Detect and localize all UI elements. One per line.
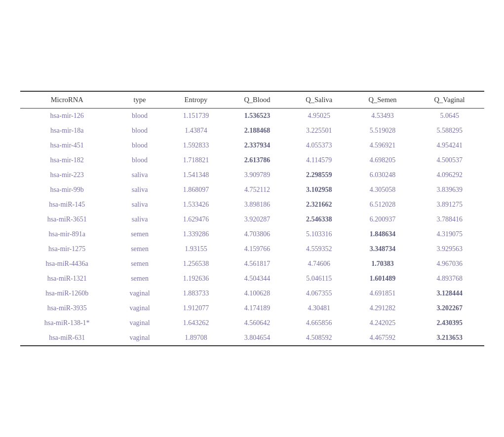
cell-qblood: 4.174189 [227,301,288,316]
col-header-mirna: MicroRNA [20,91,114,109]
cell-qvaginal: 4.893768 [415,271,484,286]
cell-qblood: 4.504344 [227,271,288,286]
table-row: hsa-mir-451blood1.5928332.3379344.055373… [20,138,484,153]
cell-qvaginal: 2.430395 [415,316,484,330]
cell-qsemen: 4.291282 [350,301,415,316]
table-header-row: MicroRNA type Entropy Q_Blood Q_Saliva Q… [20,91,484,109]
cell-qblood: 2.613786 [227,153,288,168]
col-header-qsaliva: Q_Saliva [288,91,350,109]
cell-mirna: hsa-mir-182 [20,153,114,168]
mirna-table: MicroRNA type Entropy Q_Blood Q_Saliva Q… [20,91,484,346]
table-row: hsa-miR-3935vaginal1.9120774.1741894.304… [20,301,484,316]
cell-qsaliva: 4.30481 [288,301,350,316]
cell-type: blood [114,138,165,153]
cell-entropy: 1.151739 [165,109,226,124]
cell-qvaginal: 4.096292 [415,168,484,182]
table-row: hsa-miR-1260bvaginal1.8837334.1006284.06… [20,286,484,301]
cell-type: blood [114,123,165,138]
cell-qsemen: 4.305058 [350,182,415,197]
cell-entropy: 1.256538 [165,256,226,271]
cell-qblood: 4.159766 [227,242,288,256]
cell-entropy: 1.643262 [165,316,226,330]
table-row: hsa-miR-4436asemen1.2565384.5618174.7460… [20,256,484,271]
cell-qsaliva: 4.508592 [288,330,350,346]
cell-mirna: hsa-mir-18a [20,123,114,138]
cell-qvaginal: 3.839639 [415,182,484,197]
cell-type: vaginal [114,330,165,346]
cell-mirna: hsa-mir-99b [20,182,114,197]
cell-qsemen: 1.70383 [350,256,415,271]
cell-qblood: 4.100628 [227,286,288,301]
cell-qvaginal: 4.954241 [415,138,484,153]
cell-qsaliva: 4.055373 [288,138,350,153]
cell-mirna: hsa-miR-3651 [20,212,114,227]
cell-qblood: 2.337934 [227,138,288,153]
cell-qvaginal: 3.788416 [415,212,484,227]
table-row: hsa-mir-126blood1.1517391.5365234.950254… [20,109,484,124]
col-header-qsemen: Q_Semen [350,91,415,109]
cell-type: semen [114,271,165,286]
cell-qsaliva: 2.546338 [288,212,350,227]
cell-qblood: 4.561817 [227,256,288,271]
table-row: hsa-miR-3651saliva1.6294763.9202872.5463… [20,212,484,227]
cell-qsaliva: 2.321662 [288,197,350,212]
cell-entropy: 1.533426 [165,197,226,212]
cell-qsemen: 1.601489 [350,271,415,286]
col-header-type: type [114,91,165,109]
cell-qsemen: 4.698205 [350,153,415,168]
cell-qsemen: 4.242025 [350,316,415,330]
cell-type: blood [114,109,165,124]
cell-qsaliva: 4.114579 [288,153,350,168]
cell-qsaliva: 4.559352 [288,242,350,256]
table-row: hsa-miR-631vaginal1.897083.8046544.50859… [20,330,484,346]
cell-type: semen [114,227,165,242]
cell-type: semen [114,242,165,256]
table-row: hsa-mir-182blood1.7188212.6137864.114579… [20,153,484,168]
main-container: MicroRNA type Entropy Q_Blood Q_Saliva Q… [15,81,489,356]
table-row: hsa-miR-138-1*vaginal1.6432624.5606424.6… [20,316,484,330]
cell-mirna: hsa-miR-145 [20,197,114,212]
cell-type: saliva [114,182,165,197]
table-row: hsa-mir-99bsaliva1.8680974.7521123.10295… [20,182,484,197]
cell-qsemen: 6.200937 [350,212,415,227]
cell-qsaliva: 5.103316 [288,227,350,242]
col-header-qvaginal: Q_Vaginal [415,91,484,109]
cell-qvaginal: 4.500537 [415,153,484,168]
cell-entropy: 1.912077 [165,301,226,316]
cell-entropy: 1.93155 [165,242,226,256]
cell-qvaginal: 4.319075 [415,227,484,242]
cell-qsaliva: 4.74606 [288,256,350,271]
cell-qsaliva: 4.665856 [288,316,350,330]
cell-qvaginal: 5.0645 [415,109,484,124]
cell-entropy: 1.592833 [165,138,226,153]
cell-mirna: hsa-mir-223 [20,168,114,182]
cell-qblood: 1.536523 [227,109,288,124]
cell-entropy: 1.541348 [165,168,226,182]
cell-entropy: 1.339286 [165,227,226,242]
cell-qblood: 2.188468 [227,123,288,138]
cell-mirna: hsa-miR-631 [20,330,114,346]
col-header-entropy: Entropy [165,91,226,109]
cell-qsaliva: 3.225501 [288,123,350,138]
cell-qvaginal: 3.128444 [415,286,484,301]
cell-qsaliva: 3.102958 [288,182,350,197]
table-row: hsa-mir-1275semen1.931554.1597664.559352… [20,242,484,256]
cell-qsemen: 4.467592 [350,330,415,346]
cell-qvaginal: 4.967036 [415,256,484,271]
cell-mirna: hsa-miR-1321 [20,271,114,286]
cell-mirna: hsa-miR-4436a [20,256,114,271]
cell-mirna: hsa-miR-1260b [20,286,114,301]
cell-entropy: 1.883733 [165,286,226,301]
cell-qblood: 3.804654 [227,330,288,346]
cell-mirna: hsa-mir-126 [20,109,114,124]
cell-qsemen: 4.53493 [350,109,415,124]
cell-qvaginal: 3.891275 [415,197,484,212]
cell-qsemen: 1.848634 [350,227,415,242]
table-row: hsa-miR-1321semen1.1926364.5043445.04611… [20,271,484,286]
cell-type: blood [114,153,165,168]
cell-entropy: 1.89708 [165,330,226,346]
cell-type: vaginal [114,301,165,316]
cell-qsemen: 5.519028 [350,123,415,138]
cell-type: vaginal [114,316,165,330]
cell-qblood: 3.920287 [227,212,288,227]
